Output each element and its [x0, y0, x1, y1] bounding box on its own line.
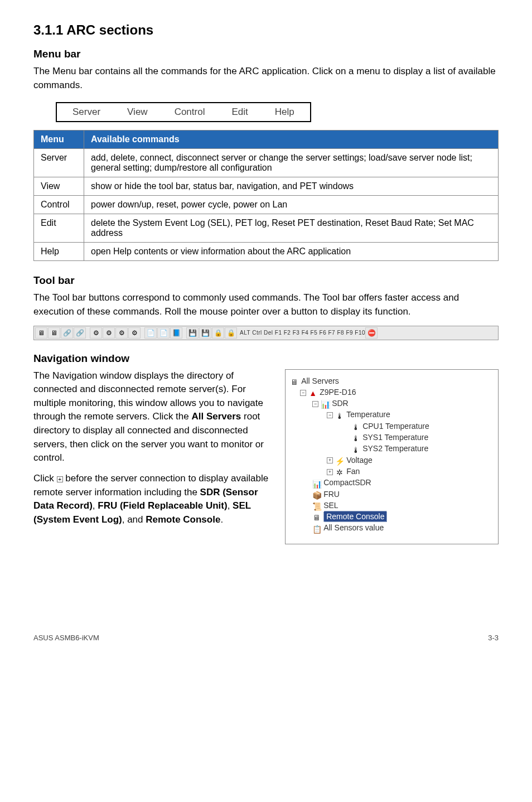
table-row: Controlpower down/up, reset, power cycle… — [34, 196, 499, 214]
text: , and — [122, 514, 146, 525]
th-commands: Available commands — [84, 131, 499, 149]
toolbar-keys-label: ALT Ctrl Del F1 F2 F3 F4 F5 F6 F7 F8 F9 … — [238, 330, 365, 336]
toolbar-heading: Tool bar — [33, 274, 499, 287]
tree-csdr: 📊CompactSDR — [290, 477, 494, 488]
footer-right: 3-3 — [488, 634, 499, 642]
tree-item: 🌡SYS1 Temperature — [290, 432, 494, 443]
thermo-icon: 🌡 — [351, 423, 360, 431]
toolbar-icon: ⚙ — [128, 327, 141, 339]
tree-item: 🌡CPU1 Temperature — [290, 421, 494, 432]
table-row: Serveradd, delete, connect, disconnect s… — [34, 149, 499, 177]
section-heading: 3.1.1 ARC sections — [33, 22, 499, 38]
nav-para-2: Click + before the server connection to … — [33, 472, 268, 527]
menu-help: Help — [275, 107, 294, 118]
console-icon: 🖥 — [312, 513, 321, 521]
tree-voltage: +⚡Voltage — [290, 455, 494, 466]
cell-menu: Edit — [34, 214, 84, 243]
toolbar-icon: 📘 — [170, 327, 182, 339]
cell-menu: View — [34, 177, 84, 196]
tree-remote-console: 🖥Remote Console — [290, 511, 494, 522]
tree-sel: 📜SEL — [290, 500, 494, 511]
navigation-tree-screenshot: 🖥All Servers −▲Z9PE-D16 −📊SDR −🌡Temperat… — [285, 369, 499, 544]
text: , — [228, 500, 233, 511]
servers-icon: 🖥 — [290, 378, 299, 385]
menubar-screenshot: Server View Control Edit Help — [56, 102, 311, 122]
collapse-icon: − — [300, 390, 306, 396]
label: All Servers — [301, 376, 339, 385]
tree-temp: −🌡Temperature — [290, 409, 494, 420]
table-row: Viewshow or hide the tool bar, status ba… — [34, 177, 499, 196]
label: All Sensors value — [323, 523, 384, 532]
toolbar-icon: ⚙ — [115, 327, 128, 339]
label: CPU1 Temperature — [362, 422, 429, 431]
toolbar-icon: 📄 — [144, 327, 157, 339]
menu-control: Control — [175, 107, 205, 118]
label-selected: Remote Console — [323, 511, 387, 522]
tree-fru: 📦FRU — [290, 489, 494, 500]
all-servers-bold: All Servers — [191, 411, 241, 422]
server-icon: ▲ — [308, 389, 317, 397]
label: Voltage — [346, 456, 373, 465]
expand-icon: + — [327, 469, 333, 475]
text: Click — [33, 473, 57, 484]
menu-server: Server — [72, 107, 100, 118]
plus-icon: + — [57, 476, 63, 482]
table-row: Helpopen Help contents or view informati… — [34, 243, 499, 261]
label: Temperature — [346, 410, 390, 419]
tree-all-sensors: 📋All Sensors value — [290, 522, 494, 533]
thermo-icon: 🌡 — [335, 412, 344, 419]
label: CompactSDR — [323, 478, 371, 487]
toolbar-icon: 🖥 — [35, 327, 47, 339]
nav-para-1: The Navigation window displays the direc… — [33, 369, 268, 465]
cell-menu: Control — [34, 196, 84, 214]
menu-edit: Edit — [231, 107, 248, 118]
sel-icon: 📜 — [312, 502, 321, 510]
toolbar-desc: The Tool bar buttons correspond to commo… — [33, 291, 499, 318]
thermo-icon: 🌡 — [351, 434, 360, 442]
label: SEL — [323, 501, 338, 510]
label: SYS1 Temperature — [362, 433, 428, 442]
voltage-icon: ⚡ — [335, 457, 344, 465]
collapse-icon: − — [312, 401, 318, 407]
toolbar-icon: 💾 — [199, 327, 211, 339]
fan-icon: ✲ — [335, 468, 344, 476]
tree-item: 🌡SYS2 Temperature — [290, 443, 494, 454]
toolbar-icon: ⚙ — [103, 327, 115, 339]
footer-left: ASUS ASMB6-iKVM — [33, 634, 99, 642]
cell-menu: Help — [34, 243, 84, 261]
toolbar-icon: 🖥 — [48, 327, 60, 339]
toolbar-icon: 💾 — [186, 327, 199, 339]
toolbar-screenshot: 🖥 🖥 🔗 🔗 ⚙ ⚙ ⚙ ⚙ 📄 📄 📘 💾 💾 🔒 🔒 ALT Ctrl D… — [33, 326, 499, 340]
toolbar-icon: ⚙ — [90, 327, 102, 339]
toolbar-icon: 🔒 — [212, 327, 224, 339]
label: SDR — [332, 399, 349, 408]
label: FRU — [323, 490, 340, 499]
menu-view: View — [127, 107, 148, 118]
label: SYS2 Temperature — [362, 444, 428, 453]
rc-bold: Remote Console — [146, 514, 220, 525]
cell-desc: add, delete, connect, disconnect server … — [84, 149, 499, 177]
commands-table: Menu Available commands Serveradd, delet… — [33, 130, 499, 261]
cell-desc: power down/up, reset, power cycle, power… — [84, 196, 499, 214]
label: Fan — [346, 467, 360, 476]
menubar-desc: The Menu bar contains all the commands f… — [33, 65, 499, 92]
tree-sdr: −📊SDR — [290, 398, 494, 409]
cell-desc: delete the System Event Log (SEL), PET l… — [84, 214, 499, 243]
label: Z9PE-D16 — [320, 388, 356, 397]
text: . — [220, 514, 223, 525]
toolbar-icon: 🔒 — [225, 327, 237, 339]
page-footer: ASUS ASMB6-iKVM 3-3 — [33, 634, 499, 642]
text: , — [93, 500, 98, 511]
tree-server: −▲Z9PE-D16 — [290, 386, 494, 398]
th-menu: Menu — [34, 131, 84, 149]
cell-desc: open Help contents or view information a… — [84, 243, 499, 261]
sdr-icon: 📊 — [321, 400, 330, 408]
table-row: Editdelete the System Event Log (SEL), P… — [34, 214, 499, 243]
toolbar-icon: ⛔ — [365, 327, 378, 339]
cell-menu: Server — [34, 149, 84, 177]
expand-icon: + — [327, 457, 333, 463]
fru-icon: 📦 — [312, 491, 321, 499]
csdr-icon: 📊 — [312, 480, 321, 487]
collapse-icon: − — [327, 412, 333, 418]
thermo-icon: 🌡 — [351, 446, 360, 453]
